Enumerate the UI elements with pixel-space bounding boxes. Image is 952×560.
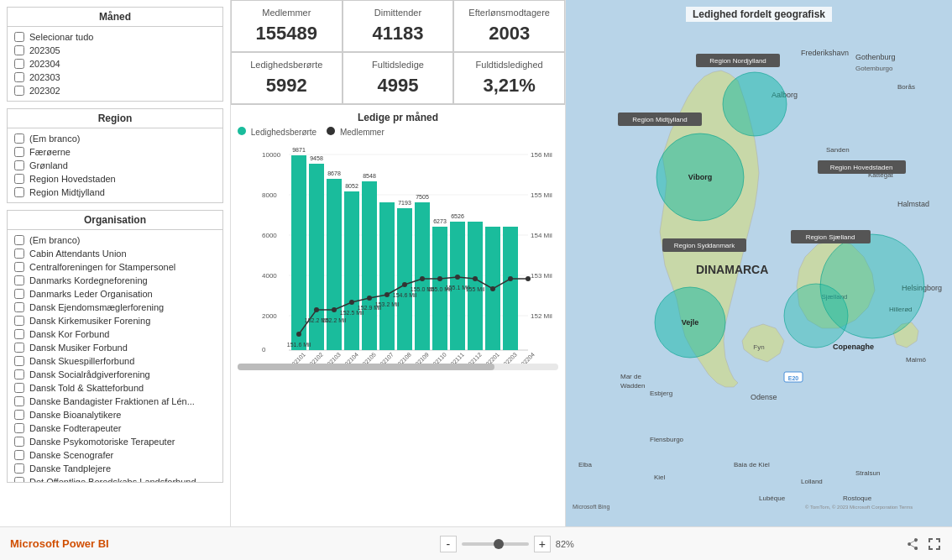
filter-item-dansk-kor[interactable]: Dansk Kor Forbund: [14, 327, 216, 341]
zoom-minus-button[interactable]: -: [440, 536, 457, 552]
filter-item-selecionar[interactable]: Selecionar tudo: [14, 30, 216, 44]
filter-item-dansk-told[interactable]: Dansk Told & Skatteforbund: [14, 381, 216, 395]
bar-label-202104: 8052: [345, 183, 358, 189]
filter-item-202303[interactable]: 202303: [14, 71, 216, 84]
filter-item-danske-bioanalytikere[interactable]: Danske Bioanalytikere: [14, 408, 216, 421]
checkbox-danske-bandagister[interactable]: [14, 396, 24, 406]
tomtom-watermark: © TomTom, © 2023 Microsoft Corporation T…: [805, 505, 913, 510]
powerbi-link[interactable]: Microsoft Power BI: [10, 537, 109, 550]
stat-cell-fuldtidsledighed: Fuldtidsledighed 3,21%: [453, 52, 565, 104]
checkbox-danske-fodterapeuter[interactable]: [14, 423, 24, 433]
checkbox-em-branco-region[interactable]: [14, 133, 24, 144]
filter-item-em-branco-region[interactable]: (Em branco): [14, 132, 216, 145]
checkbox-danske-tandplejere[interactable]: [14, 463, 24, 474]
map-title: Ledighed fordelt geografisk: [686, 7, 832, 22]
checkbox-danske-psykomotoriske[interactable]: [14, 437, 24, 447]
checkbox-dansk-socialraad[interactable]: [14, 369, 24, 379]
bar-label-202105: 8548: [363, 173, 376, 179]
checkbox-202303[interactable]: [14, 72, 24, 82]
y-label-6000: 6000: [262, 232, 277, 239]
checkbox-202302[interactable]: [14, 86, 24, 96]
circle-nordjylland: [723, 72, 787, 136]
filter-item-dansk-ejendoms[interactable]: Dansk Ejendomsmæglerforening: [14, 301, 216, 314]
expand-icon[interactable]: [927, 536, 942, 552]
filter-item-danske-fodterapeuter[interactable]: Danske Fodterapeuter: [14, 421, 216, 435]
filter-label-em-branco-org: (Em branco): [29, 235, 81, 245]
line-val-3: 152.2 Mil: [322, 317, 347, 323]
legend-dot-teal: [238, 127, 246, 135]
region-filter-body: (Em branco) Færøerne Grønland Region Hov…: [8, 128, 222, 202]
line-dot-14: [526, 276, 531, 281]
filter-item-danske-bandagister[interactable]: Danske Bandagister Fraktionen af Lén...: [14, 395, 216, 408]
filter-item-dansk-socialraad[interactable]: Dansk Socialrådgiverforening: [14, 368, 216, 381]
filter-item-202305[interactable]: 202305: [14, 44, 216, 57]
filter-item-202304[interactable]: 202304: [14, 57, 216, 71]
map-text-rostoque: Rostoque: [843, 495, 872, 502]
checkbox-cabin-attendants[interactable]: [14, 249, 24, 259]
checkbox-dansk-told[interactable]: [14, 383, 24, 393]
map-text-halmstad: Halmstad: [897, 200, 929, 208]
stat-label-medlemmer: Medlemmer: [242, 8, 332, 18]
filter-item-region-hovedstaden[interactable]: Region Hovedstaden: [14, 172, 216, 186]
filter-item-dansk-musiker[interactable]: Dansk Musiker Forbund: [14, 341, 216, 354]
checkbox-202304[interactable]: [14, 59, 24, 69]
chart-scrollbar-thumb[interactable]: [238, 364, 494, 370]
chart-scrollbar[interactable]: [238, 364, 558, 370]
filter-item-danske-psykomotoriske[interactable]: Danske Psykomotoriske Terapeuter: [14, 435, 216, 448]
checkbox-dansk-skuespiller[interactable]: [14, 356, 24, 366]
label-text-sjaelland: Region Sjælland: [806, 233, 855, 241]
zoom-slider[interactable]: [462, 542, 529, 546]
filter-item-danske-scenografer[interactable]: Danske Scenografer: [14, 448, 216, 462]
filter-label-danske-tandplejere: Danske Tandplejere: [29, 463, 111, 474]
label-text-nordjylland: Region Nordjylland: [709, 57, 766, 65]
filter-label-danske-psykomotoriske: Danske Psykomotoriske Terapeuter: [29, 437, 175, 447]
checkbox-202305[interactable]: [14, 45, 24, 55]
filter-item-danmarks-leder[interactable]: Danmarks Leder Organisation: [14, 287, 216, 301]
checkbox-danmarks-leder[interactable]: [14, 289, 24, 299]
checkbox-em-branco-org[interactable]: [14, 235, 24, 245]
filter-item-danmarks-kordegne[interactable]: Danmarks Kordegneforening: [14, 274, 216, 287]
checkbox-centralforeningen[interactable]: [14, 262, 24, 272]
checkbox-region-hovedstaden[interactable]: [14, 174, 24, 184]
checkbox-danmarks-kordegne[interactable]: [14, 275, 24, 285]
y-label-0: 0: [262, 346, 266, 353]
label-text-syddanmark: Region Syddanmark: [674, 242, 735, 249]
checkbox-selecionar[interactable]: [14, 32, 24, 42]
filter-item-faeroerne[interactable]: Færøerne: [14, 145, 216, 159]
share-icon[interactable]: [905, 536, 920, 552]
filter-item-region-midtjylland[interactable]: Region Midtjylland: [14, 186, 216, 199]
content-area: Måned Selecionar tudo 202305 202304: [0, 0, 952, 526]
checkbox-dansk-musiker[interactable]: [14, 343, 24, 353]
checkbox-dansk-kirke[interactable]: [14, 316, 24, 326]
filter-label-centralforeningen: Centralforeningen for Stampersonel: [29, 262, 175, 272]
stat-value-fuldtidsledighed: 3,21%: [464, 75, 554, 97]
map-text-flensburgo: Flensburgo: [650, 436, 684, 443]
zoom-plus-button[interactable]: +: [534, 536, 551, 552]
checkbox-region-midtjylland[interactable]: [14, 187, 24, 197]
checkbox-danske-scenografer[interactable]: [14, 450, 24, 460]
filter-item-centralforeningen[interactable]: Centralforeningen for Stampersonel: [14, 260, 216, 274]
filter-item-dansk-kirke[interactable]: Dansk Kirkemusiker Forening: [14, 314, 216, 327]
filter-item-202302[interactable]: 202302: [14, 84, 216, 97]
map-text-esbjerg: Esbjerg: [650, 390, 672, 397]
checkbox-dansk-ejendoms[interactable]: [14, 302, 24, 312]
filter-label-dansk-skuespiller: Dansk Skuespillerforbund: [29, 356, 134, 366]
filter-item-danske-tandplejere[interactable]: Danske Tandplejere: [14, 462, 216, 475]
checkbox-det-offentlige[interactable]: [14, 477, 24, 482]
stat-cell-fultidsledige: Fultidsledige 4995: [343, 52, 454, 104]
checkbox-groenland[interactable]: [14, 160, 24, 170]
circle-label-viborg: Viborg: [688, 173, 712, 181]
zoom-thumb[interactable]: [494, 539, 504, 549]
filter-item-dansk-skuespiller[interactable]: Dansk Skuespillerforbund: [14, 354, 216, 368]
line-val-4: 152.5 Mil: [340, 310, 364, 316]
checkbox-faeroerne[interactable]: [14, 147, 24, 157]
y-label-2000: 2000: [262, 312, 277, 320]
filter-label-region-hovedstaden: Region Hovedstaden: [29, 174, 116, 184]
filter-item-em-branco-org[interactable]: (Em branco): [14, 233, 216, 247]
map-text-gotemburgo: Gotemburgo: [855, 65, 893, 72]
checkbox-dansk-kor[interactable]: [14, 329, 24, 339]
checkbox-danske-bioanalytikere[interactable]: [14, 410, 24, 420]
filter-item-det-offentlige[interactable]: Det Offentlige Beredskabs Landsforbund: [14, 475, 216, 482]
filter-item-groenland[interactable]: Grønland: [14, 159, 216, 172]
filter-item-cabin-attendants[interactable]: Cabin Attendants Union: [14, 247, 216, 260]
